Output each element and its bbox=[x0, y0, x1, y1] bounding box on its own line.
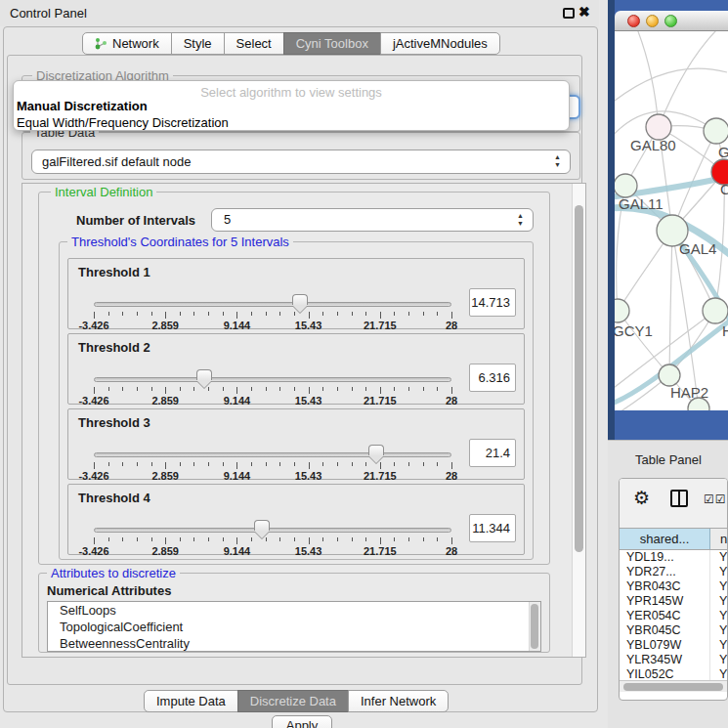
column-header-shared-name[interactable]: shared... bbox=[620, 529, 710, 549]
float-window-icon[interactable] bbox=[563, 8, 575, 19]
cell-shared-name[interactable]: YPR145W bbox=[620, 594, 710, 609]
cell-shared-name[interactable]: YDL19... bbox=[620, 550, 710, 565]
slider-handle[interactable] bbox=[196, 369, 212, 388]
cell-name[interactable]: YDR2 bbox=[710, 565, 727, 579]
cell-name[interactable]: YDL1 bbox=[710, 550, 727, 565]
slider-tick-label: 28 bbox=[446, 395, 457, 407]
table-horizontal-scrollbar[interactable] bbox=[620, 680, 727, 692]
cell-name[interactable]: YBR0 bbox=[710, 579, 727, 594]
cell-shared-name[interactable]: YBR043C bbox=[620, 579, 710, 594]
cell-name[interactable]: YER0 bbox=[710, 609, 727, 623]
cell-name[interactable]: YPR1 bbox=[710, 594, 727, 609]
cell-shared-name[interactable]: YBL079W bbox=[620, 638, 710, 653]
table-panel: Table Panel ⚙ ☑☑ shared... na YDL19...YD… bbox=[608, 440, 728, 728]
slider-tick bbox=[309, 462, 310, 469]
slider-track[interactable] bbox=[94, 528, 451, 533]
slider-track[interactable] bbox=[94, 302, 451, 307]
settings-scrollbar[interactable] bbox=[572, 184, 585, 657]
gear-icon[interactable]: ⚙ bbox=[633, 487, 650, 509]
columns-icon[interactable] bbox=[670, 490, 688, 507]
network-edge[interactable] bbox=[669, 231, 672, 375]
slider-tick bbox=[251, 462, 252, 466]
close-icon[interactable]: ✖ bbox=[578, 4, 590, 20]
tab-jactivemnodules[interactable]: jActiveMNodules bbox=[380, 32, 500, 55]
cell-shared-name[interactable]: YBR045C bbox=[620, 623, 710, 638]
slider-handle[interactable] bbox=[292, 294, 308, 313]
network-node-gal[interactable] bbox=[704, 118, 728, 144]
table-row[interactable]: YBR045CYBR0 bbox=[620, 623, 727, 638]
table-row[interactable]: YDL19...YDL1 bbox=[620, 550, 727, 565]
threshold-value-field[interactable]: 11.344 bbox=[469, 514, 516, 542]
cell-shared-name[interactable]: YER054C bbox=[620, 609, 710, 623]
close-traffic-light-icon[interactable] bbox=[627, 15, 640, 27]
table-horizontal-scrollbar-thumb[interactable] bbox=[623, 683, 723, 691]
threshold-slider[interactable]: -3.4262.8599.14415.4321.71528 bbox=[94, 522, 451, 553]
table-row[interactable]: YBL079WYBL0 bbox=[620, 638, 727, 653]
slider-tick bbox=[451, 312, 452, 319]
minimize-traffic-light-icon[interactable] bbox=[646, 15, 659, 27]
list-scrollbar[interactable] bbox=[529, 602, 540, 651]
attribute-list-item[interactable]: SelfLoops bbox=[48, 602, 540, 619]
slider-tick-label: 21.715 bbox=[364, 395, 397, 407]
network-canvas[interactable]: GAL80GALCGAL11GAL4GCY1HHAP2 bbox=[615, 31, 728, 410]
attribute-list-item[interactable]: BetweennessCentrality bbox=[48, 635, 540, 652]
slider-track[interactable] bbox=[94, 377, 451, 382]
threshold-value-field[interactable]: 6.316 bbox=[469, 364, 516, 392]
settings-scrollbar-thumb[interactable] bbox=[575, 205, 583, 552]
network-window-titlebar[interactable] bbox=[615, 11, 728, 31]
slider-tick-label: 21.715 bbox=[364, 470, 397, 482]
network-edge[interactable] bbox=[659, 31, 720, 127]
threshold-value-field[interactable]: 21.4 bbox=[469, 439, 516, 467]
slider-tick bbox=[365, 312, 366, 316]
tab-network[interactable]: Network bbox=[82, 32, 172, 55]
table-row[interactable]: YDR27...YDR2 bbox=[620, 565, 727, 579]
network-node-hap2[interactable] bbox=[659, 364, 680, 386]
cell-name[interactable]: YIL0 bbox=[710, 667, 727, 680]
cell-shared-name[interactable]: YIL052C bbox=[620, 667, 710, 680]
slider-handle[interactable] bbox=[254, 520, 270, 538]
slider-tick-label: -3.426 bbox=[78, 320, 108, 331]
cell-name[interactable]: YBL0 bbox=[710, 638, 727, 653]
threshold-slider[interactable]: -3.4262.8599.14415.4321.71528 bbox=[94, 447, 451, 478]
interval-definition-group: Interval Definition Number of Intervals … bbox=[38, 192, 550, 565]
table-data-combo[interactable]: galFiltered.sif default node ▲▼ bbox=[31, 150, 571, 174]
table-row[interactable]: YBR043CYBR0 bbox=[620, 579, 727, 594]
popup-item-equal-width-frequency[interactable]: Equal Width/Frequency Discretization bbox=[17, 115, 229, 130]
zoom-traffic-light-icon[interactable] bbox=[664, 15, 677, 27]
slider-track[interactable] bbox=[94, 452, 451, 457]
column-header-name[interactable]: na bbox=[710, 529, 727, 549]
list-scrollbar-thumb[interactable] bbox=[531, 604, 538, 649]
select-columns-icon[interactable]: ☑☑ bbox=[704, 492, 727, 506]
attribute-list-item[interactable]: TopologicalCoefficient bbox=[48, 619, 540, 635]
table-row[interactable]: YLR345WYLR3 bbox=[620, 653, 727, 667]
tab-infer-network[interactable]: Infer Network bbox=[348, 690, 449, 712]
network-node-h[interactable] bbox=[703, 298, 728, 323]
tab-discretize-data[interactable]: Discretize Data bbox=[237, 690, 349, 712]
tab-select[interactable]: Select bbox=[224, 32, 284, 55]
slider-tick bbox=[108, 462, 109, 466]
cell-shared-name[interactable]: YLR345W bbox=[620, 653, 710, 667]
threshold-value-field[interactable]: 14.713 bbox=[469, 288, 516, 317]
slider-tick bbox=[193, 312, 194, 316]
popup-item-manual-discretization[interactable]: Manual Discretization bbox=[17, 99, 148, 113]
slider-handle[interactable] bbox=[368, 445, 384, 463]
network-node-gal11[interactable] bbox=[615, 174, 637, 197]
table-row[interactable]: YER054CYER0 bbox=[620, 609, 727, 623]
number-of-intervals-combo[interactable]: 5 ▲▼ bbox=[211, 208, 534, 232]
slider-tick-label: 15.43 bbox=[295, 395, 322, 407]
apply-button[interactable]: Apply bbox=[272, 715, 332, 728]
threshold-slider[interactable]: -3.4262.8599.14415.4321.71528 bbox=[94, 371, 451, 403]
threshold-slider[interactable]: -3.4262.8599.14415.4321.71528 bbox=[94, 296, 451, 327]
tab-cyni-toolbox[interactable]: Cyni Toolbox bbox=[283, 32, 381, 55]
network-node-gcy1[interactable] bbox=[615, 299, 629, 322]
tab-style[interactable]: Style bbox=[171, 32, 225, 55]
network-edge[interactable] bbox=[615, 408, 699, 410]
cell-name[interactable]: YLR3 bbox=[710, 653, 727, 667]
table-row[interactable]: YPR145WYPR1 bbox=[620, 594, 727, 609]
numerical-attributes-list[interactable]: SelfLoopsTopologicalCoefficientBetweenne… bbox=[47, 601, 541, 652]
cell-shared-name[interactable]: YDR27... bbox=[620, 565, 710, 579]
table-row[interactable]: YIL052CYIL0 bbox=[620, 667, 727, 680]
cell-name[interactable]: YBR0 bbox=[710, 623, 727, 638]
slider-tick bbox=[122, 387, 123, 391]
tab-impute-data[interactable]: Impute Data bbox=[144, 690, 238, 712]
